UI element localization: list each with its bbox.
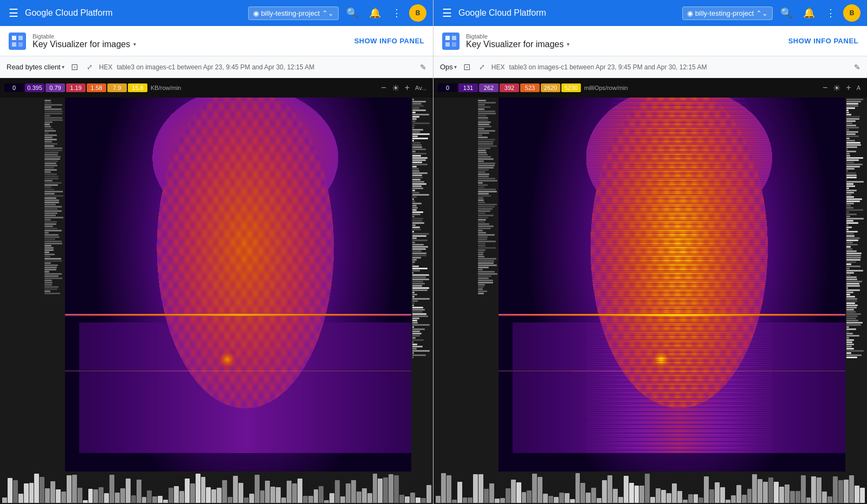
left-bigtable-icon — [9, 33, 26, 50]
left-avatar[interactable]: B — [409, 4, 426, 22]
right-canvas — [499, 98, 845, 471]
left-hamburger-icon[interactable]: ☰ — [7, 4, 21, 22]
svg-rect-2 — [18, 36, 23, 40]
left-nav-bar: ☰ Google Cloud Platform ◉ billy-testing-… — [0, 0, 433, 26]
left-show-info-panel-button[interactable]: SHOW INFO PANEL — [354, 37, 424, 45]
right-avatar[interactable]: B — [843, 4, 860, 22]
left-legend-val-0: 0 — [4, 83, 24, 92]
right-metric-label: Ops — [440, 63, 453, 71]
right-title-dropdown-icon[interactable]: ▾ — [567, 41, 570, 47]
right-brightness-icon[interactable]: ☀ — [831, 82, 843, 94]
right-show-info-panel-button[interactable]: SHOW INFO PANEL — [788, 37, 858, 45]
right-expand-icon[interactable]: ⤢ — [477, 62, 487, 72]
right-hamburger-icon[interactable]: ☰ — [440, 4, 454, 22]
left-project-branch-icon: ◉ — [253, 9, 259, 17]
left-right-sidebar — [411, 98, 433, 471]
left-heatmap[interactable] — [65, 98, 411, 471]
left-legend-unit: KB/row/min — [151, 85, 181, 91]
left-legend-val-4: 1.58 — [87, 83, 106, 92]
right-legend-val-6: 5230 — [561, 83, 581, 92]
right-legend-plus[interactable]: + — [844, 82, 853, 94]
right-bell-icon[interactable]: 🔔 — [800, 5, 818, 21]
right-legend-val-0: 0 — [438, 83, 457, 92]
left-brightness-icon[interactable]: ☀ — [390, 82, 402, 94]
left-metric-dropdown-icon: ▾ — [62, 64, 64, 70]
left-legend-val-5: 7.9 — [107, 83, 127, 92]
right-legend-a[interactable]: A — [855, 83, 863, 92]
left-controls-bar: Read bytes client ▾ ⊡ ⤢ HEX table3 on im… — [0, 56, 433, 78]
left-nav-title: Google Cloud Platform — [25, 8, 244, 18]
right-more-icon[interactable]: ⋮ — [823, 5, 839, 21]
right-crosshair2 — [499, 371, 845, 371]
left-legend-val-6: 15.8 — [128, 83, 147, 92]
left-pencil-icon[interactable]: ✎ — [420, 63, 426, 72]
left-crosshair — [65, 314, 411, 315]
left-project-name: billy-testing-project — [261, 9, 320, 17]
right-project-name: billy-testing-project — [695, 9, 754, 17]
left-bigtable-label: Bigtable — [33, 33, 136, 40]
left-legend-av[interactable]: Av... — [413, 83, 429, 92]
right-heatmap[interactable] — [499, 98, 845, 471]
svg-rect-7 — [452, 36, 456, 40]
svg-rect-4 — [18, 42, 23, 47]
left-panel: ☰ Google Cloud Platform ◉ billy-testing-… — [0, 0, 434, 504]
left-hex-label: HEX — [99, 63, 113, 71]
right-subtitle-bar: Bigtable Key Visualizer for images ▾ SHO… — [434, 26, 867, 56]
right-metric-dropdown-icon: ▾ — [454, 64, 457, 70]
left-bottom-histogram — [0, 471, 433, 504]
right-project-expand-icon: ⌃⌄ — [756, 9, 768, 17]
panels-container: ☰ Google Cloud Platform ◉ billy-testing-… — [0, 0, 867, 504]
right-metric-selector[interactable]: Ops ▾ — [440, 63, 457, 71]
left-legend-minus[interactable]: − — [379, 82, 388, 94]
right-legend-val-1: 131 — [458, 83, 478, 92]
left-crosshair2 — [65, 371, 411, 371]
right-hex-label: HEX — [491, 63, 505, 71]
left-project-expand-icon: ⌃⌄ — [322, 9, 334, 17]
svg-rect-9 — [452, 42, 456, 47]
right-page-title: Key Visualizer for images ▾ — [466, 40, 570, 49]
right-project-selector[interactable]: ◉ billy-testing-project ⌃⌄ — [682, 7, 773, 20]
left-subtitle-bar: Bigtable Key Visualizer for images ▾ SHO… — [0, 26, 433, 56]
left-table-info: table3 on images-c1 between Apr 23, 9:45… — [117, 63, 416, 71]
left-legend-plus[interactable]: + — [403, 82, 412, 94]
right-panel: ☰ Google Cloud Platform ◉ billy-testing-… — [434, 0, 867, 504]
right-crop-icon[interactable]: ⊡ — [461, 61, 473, 73]
svg-rect-6 — [445, 36, 450, 40]
left-subtitle-text: Bigtable Key Visualizer for images ▾ — [33, 33, 136, 49]
right-legend-val-2: 262 — [479, 83, 499, 92]
svg-rect-0 — [9, 33, 26, 50]
right-table-info: table3 on images-c1 between Apr 23, 9:45… — [509, 63, 850, 71]
left-expand-icon[interactable]: ⤢ — [85, 62, 95, 72]
right-nav-bar: ☰ Google Cloud Platform ◉ billy-testing-… — [434, 0, 867, 26]
right-bigtable-icon — [442, 33, 460, 50]
left-row-axis — [0, 98, 65, 471]
left-legend-val-3: 1.19 — [66, 83, 86, 92]
right-bottom-histogram — [434, 471, 867, 504]
left-project-selector[interactable]: ◉ billy-testing-project ⌃⌄ — [248, 7, 339, 20]
right-legend-val-5: 2620 — [541, 83, 560, 92]
right-right-sidebar — [845, 98, 867, 471]
right-viz-area — [434, 98, 867, 471]
right-project-branch-icon: ◉ — [687, 9, 693, 17]
right-legend-val-3: 392 — [500, 83, 519, 92]
left-search-icon[interactable]: 🔍 — [343, 5, 361, 21]
right-nav-title: Google Cloud Platform — [458, 8, 678, 18]
left-crop-icon[interactable]: ⊡ — [69, 61, 80, 73]
svg-rect-8 — [445, 42, 450, 47]
left-legend-val-1: 0.395 — [25, 83, 44, 92]
left-bell-icon[interactable]: 🔔 — [366, 5, 384, 21]
left-more-icon[interactable]: ⋮ — [389, 5, 405, 21]
right-subtitle-text: Bigtable Key Visualizer for images ▾ — [466, 33, 570, 49]
left-metric-selector[interactable]: Read bytes client ▾ — [7, 63, 64, 71]
right-legend-minus[interactable]: − — [820, 82, 830, 94]
right-row-axis — [434, 98, 499, 471]
right-search-icon[interactable]: 🔍 — [777, 5, 795, 21]
left-title-dropdown-icon[interactable]: ▾ — [133, 41, 136, 47]
left-legend-bar: 0 0.395 0.79 1.19 1.58 7.9 15.8 KB/row/m… — [0, 78, 433, 98]
right-bigtable-label: Bigtable — [466, 33, 570, 40]
right-row-axis-bars — [477, 98, 499, 471]
right-legend-val-4: 523 — [520, 83, 540, 92]
left-canvas — [65, 98, 411, 471]
right-pencil-icon[interactable]: ✎ — [854, 63, 860, 72]
left-row-axis-bars — [43, 98, 65, 471]
